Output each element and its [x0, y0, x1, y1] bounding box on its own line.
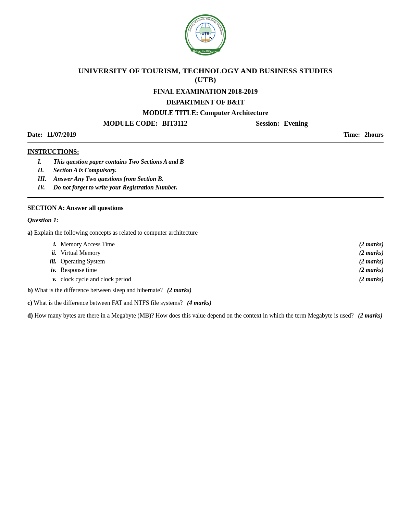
sub-item-iv: iv. Response time (2 marks)	[45, 267, 384, 274]
instr-text-1: This question paper contains Two Section…	[53, 158, 184, 165]
part-c-label: c)	[27, 299, 32, 306]
marks-ii: (2 marks)	[359, 249, 384, 257]
part-d-text: How many bytes are there in a Megabyte (…	[35, 312, 354, 319]
university-logo: Making the Difference University of Tour…	[27, 14, 384, 60]
question-1-part-c: c) What is the difference between FAT an…	[27, 298, 384, 308]
department-block: DEPARTMENT OF B&IT	[27, 98, 384, 106]
sub-item-i: i. Memory Access Time (2 marks)	[45, 241, 384, 248]
question-1-part-d: d) How many bytes are there in a Megabyt…	[27, 311, 384, 320]
instruction-2: II. Section A is Compulsory.	[38, 167, 384, 174]
sub-item-ii: ii. Virtual Memory (2 marks)	[45, 249, 384, 257]
instruction-4: IV. Do not forget to write your Registra…	[38, 184, 384, 191]
part-b-text: What is the difference between sleep and…	[34, 287, 163, 294]
exam-title-block: FINAL EXAMINATION 2018-2019	[27, 88, 384, 96]
sub-num-iv: iv.	[45, 267, 57, 274]
session-label: Session:	[256, 120, 279, 127]
marks-i: (2 marks)	[359, 241, 384, 248]
module-code: MODULE CODE: BIT3112	[103, 120, 187, 127]
part-b-label: b)	[27, 287, 33, 294]
svg-text:Making the Difference: Making the Difference	[193, 50, 218, 53]
sub-text-ii: Virtual Memory	[61, 249, 335, 257]
sub-text-v: clock cycle and clock period	[61, 276, 335, 283]
sub-list-a: i. Memory Access Time (2 marks) ii. Virt…	[27, 241, 384, 283]
sub-num-ii: ii.	[45, 249, 57, 257]
module-code-label: MODULE CODE:	[103, 120, 158, 127]
sub-text-i: Memory Access Time	[61, 241, 335, 248]
module-title-value: Computer Architecture	[200, 109, 268, 116]
university-name-line2: (UTB)	[27, 75, 384, 84]
part-a-label: a)	[27, 229, 33, 236]
department: DEPARTMENT OF B&IT	[27, 98, 384, 106]
top-divider	[27, 143, 384, 143]
part-d-marks: (2 marks)	[358, 312, 383, 319]
session-value: Evening	[284, 120, 308, 127]
time-value: 2hours	[364, 131, 384, 138]
date-label: Date:	[27, 131, 42, 138]
sub-text-iv: Response time	[61, 267, 335, 274]
sub-item-iii: iii. Operating System (2 marks)	[45, 258, 384, 265]
marks-iv: (2 marks)	[359, 267, 384, 274]
marks-v: (2 marks)	[359, 276, 384, 283]
session: Session: Evening	[256, 120, 308, 127]
section-a-title: SECTION A: Answer all questions	[27, 204, 384, 212]
instr-text-2: Section A is Compulsory.	[53, 167, 117, 174]
sub-text-iii: Operating System	[61, 258, 335, 265]
module-code-value: BIT3112	[162, 120, 187, 127]
instruction-1: I. This question paper contains Two Sect…	[38, 158, 384, 165]
instr-num-1: I.	[38, 158, 48, 165]
svg-text:UTB: UTB	[202, 32, 210, 36]
part-b-marks: (2 marks)	[167, 287, 192, 294]
module-title-block: MODULE TITLE: Computer Architecture	[27, 109, 384, 117]
date: Date: 11/07/2019	[27, 131, 76, 138]
time: Time: 2hours	[344, 131, 384, 138]
module-code-row: MODULE CODE: BIT3112 Session: Evening	[27, 120, 384, 127]
sub-num-v: v.	[45, 276, 57, 283]
instructions-title: INSTRUCTIONS:	[27, 148, 384, 156]
sub-item-v: v. clock cycle and clock period (2 marks…	[45, 276, 384, 283]
instr-num-3: III.	[38, 175, 48, 183]
university-name-line1: UNIVERSITY OF TOURISM, TECHNOLOGY AND BU…	[27, 66, 384, 75]
instr-num-2: II.	[38, 167, 48, 174]
part-d-label: d)	[27, 312, 33, 319]
instructions-section: INSTRUCTIONS: I. This question paper con…	[27, 148, 384, 191]
sub-num-iii: iii.	[45, 258, 57, 265]
part-a-intro: Explain the following concepts as relate…	[34, 229, 198, 236]
date-time-row: Date: 11/07/2019 Time: 2hours	[27, 131, 384, 140]
instr-num-4: IV.	[38, 184, 48, 191]
instr-text-4: Do not forget to write your Registration…	[53, 184, 177, 191]
instr-text-3: Answer Any Two questions from Section B.	[53, 175, 163, 183]
question-1-part-a: a) Explain the following concepts as rel…	[27, 228, 384, 237]
instructions-list: I. This question paper contains Two Sect…	[27, 158, 384, 191]
section-divider	[27, 197, 384, 198]
date-value: 11/07/2019	[47, 131, 76, 138]
time-label: Time:	[344, 131, 360, 138]
instruction-3: III. Answer Any Two questions from Secti…	[38, 175, 384, 183]
part-c-text: What is the difference between FAT and N…	[34, 299, 183, 306]
university-name-block: UNIVERSITY OF TOURISM, TECHNOLOGY AND BU…	[27, 66, 384, 84]
sub-num-i: i.	[45, 241, 57, 248]
question-1-part-b: b) What is the difference between sleep …	[27, 286, 384, 295]
part-c-marks: (4 marks)	[187, 299, 212, 306]
exam-title: FINAL EXAMINATION 2018-2019	[27, 88, 384, 96]
marks-iii: (2 marks)	[359, 258, 384, 265]
question-1-title: Question 1:	[27, 216, 384, 224]
module-title-label: MODULE TITLE:	[143, 109, 198, 116]
